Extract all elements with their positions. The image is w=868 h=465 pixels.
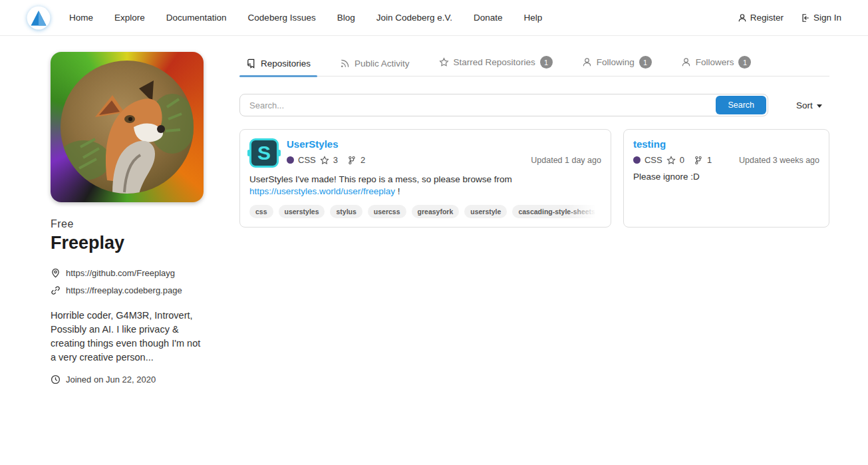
nav-help[interactable]: Help <box>524 13 543 23</box>
tab-label: Following <box>597 57 635 67</box>
tab-label: Repositories <box>261 59 311 69</box>
star-count[interactable]: 0 <box>680 155 684 165</box>
profile-sidebar: Free Freeplay https://github.com/Freepla… <box>51 52 205 385</box>
repo-description-suffix: ! <box>395 186 400 196</box>
tab-label: Followers <box>696 57 734 67</box>
nav-right: Register Sign In <box>738 13 841 23</box>
codeberg-logo[interactable] <box>27 6 51 30</box>
repo-meta: CSS 3 2 Updated 1 day ago <box>287 155 601 165</box>
repo-link[interactable]: UserStyles <box>287 138 339 150</box>
repo-language: CSS <box>645 155 662 165</box>
topic-pill[interactable]: cascading-style-sheets <box>512 205 601 218</box>
nav-join-codeberg[interactable]: Join Codeberg e.V. <box>376 13 452 23</box>
person-icon <box>681 57 691 67</box>
topic-pill[interactable]: userstyle <box>464 205 507 218</box>
tab-public-activity[interactable]: Public Activity <box>339 55 411 76</box>
repo-description: UserStyles I've made! This repo is a mes… <box>249 174 601 198</box>
repo-meta: CSS 0 1 Updated 3 weeks ago <box>633 155 819 165</box>
nav-donate[interactable]: Donate <box>474 13 503 23</box>
tab-followers[interactable]: Followers 1 <box>680 52 753 76</box>
fork-count[interactable]: 2 <box>361 155 365 165</box>
repo-head-main: UserStyles CSS 3 2 <box>287 138 601 168</box>
tab-starred-repositories[interactable]: Starred Repositories 1 <box>438 52 554 76</box>
fork-icon <box>694 156 703 165</box>
nav-links: Home Explore Documentation Codeberg Issu… <box>69 13 542 23</box>
topic-pill[interactable]: userstyles <box>279 205 325 218</box>
star-icon <box>666 156 676 165</box>
sort-dropdown[interactable]: Sort <box>796 100 822 110</box>
tab-label: Public Activity <box>355 59 410 69</box>
register-button[interactable]: Register <box>738 13 784 23</box>
search-row: Search Sort <box>239 94 829 116</box>
codeberg-mountain-icon <box>27 6 51 30</box>
profile-username: Freeplay <box>51 233 205 253</box>
profile-joined: Joined on Jun 22, 2020 <box>66 375 156 385</box>
repo-avatar: S <box>249 138 279 168</box>
clock-icon <box>51 375 61 385</box>
profile-names: Free Freeplay <box>51 218 205 253</box>
profile-meta: https://github.com/Freeplayg https://fre… <box>51 268 205 295</box>
profile-main: Repositories Public Activity Starred Rep… <box>239 52 829 385</box>
repo-topics: css userstyles stylus usercss greasyfork… <box>249 205 601 218</box>
following-count-badge: 1 <box>639 56 652 69</box>
nav-home[interactable]: Home <box>69 13 93 23</box>
fork-count[interactable]: 1 <box>707 155 712 165</box>
sign-in-button[interactable]: Sign In <box>801 13 841 23</box>
topic-pill[interactable]: greasyfork <box>412 205 460 218</box>
repo-updated: Updated 1 day ago <box>531 156 601 165</box>
chevron-down-icon <box>817 104 822 108</box>
person-icon <box>582 57 592 67</box>
profile-website-row: https://freeplay.codeberg.page <box>51 285 205 295</box>
top-navbar: Home Explore Documentation Codeberg Issu… <box>0 0 868 36</box>
search-button[interactable]: Search <box>716 96 766 114</box>
repo-link[interactable]: testing <box>633 138 666 150</box>
sign-in-icon <box>801 13 810 23</box>
repo-language: CSS <box>298 155 316 165</box>
repo-avatar-letter: S <box>257 143 271 163</box>
topic-pill[interactable]: usercss <box>368 205 406 218</box>
search-group: Search <box>239 94 768 116</box>
repo-card-head: testing CSS 0 1 <box>633 138 819 165</box>
avatar-photo <box>61 61 194 194</box>
profile-tabs: Repositories Public Activity Starred Rep… <box>239 52 829 77</box>
repo-card-testing: testing CSS 0 1 <box>623 129 829 228</box>
person-icon <box>738 13 747 23</box>
repo-card-head: S UserStyles CSS 3 <box>249 138 601 168</box>
repo-head-main: testing CSS 0 1 <box>633 138 819 165</box>
profile-website[interactable]: https://freeplay.codeberg.page <box>66 285 182 295</box>
starred-count-badge: 1 <box>540 56 553 69</box>
repository-icon <box>246 59 256 69</box>
fork-icon <box>347 156 357 165</box>
repo-description: Please ignore :D <box>633 171 819 183</box>
profile-bio: Horrible coder, G4M3R, Introvert, Possib… <box>51 309 205 365</box>
nav-blog[interactable]: Blog <box>337 13 355 23</box>
repo-updated: Updated 3 weeks ago <box>739 156 819 165</box>
star-icon <box>439 57 449 67</box>
repository-list: S UserStyles CSS 3 <box>239 129 829 228</box>
register-label: Register <box>750 13 784 23</box>
tab-repositories[interactable]: Repositories <box>245 55 312 76</box>
nav-documentation[interactable]: Documentation <box>166 13 227 23</box>
location-pin-icon <box>51 268 61 278</box>
topic-pill[interactable]: css <box>249 205 273 218</box>
rss-icon <box>340 59 350 69</box>
language-dot <box>633 156 641 164</box>
search-input[interactable] <box>241 100 716 110</box>
profile-joined-row: Joined on Jun 22, 2020 <box>51 375 205 385</box>
star-icon <box>320 156 329 165</box>
link-icon <box>51 285 61 295</box>
avatar[interactable] <box>51 52 204 202</box>
star-count[interactable]: 3 <box>333 155 338 165</box>
profile-fullname: Free <box>51 218 205 230</box>
profile-location: https://github.com/Freeplayg <box>66 268 175 278</box>
nav-codeberg-issues[interactable]: Codeberg Issues <box>248 13 316 23</box>
nav-explore[interactable]: Explore <box>114 13 145 23</box>
sort-label: Sort <box>796 100 813 110</box>
followers-count-badge: 1 <box>738 56 751 69</box>
fox-illustration <box>61 61 194 194</box>
tab-label: Starred Repositories <box>454 57 535 67</box>
repo-card-userstyles: S UserStyles CSS 3 <box>239 129 611 228</box>
topic-pill[interactable]: stylus <box>330 205 362 218</box>
tab-following[interactable]: Following 1 <box>581 52 653 76</box>
repo-description-link[interactable]: https://userstyles.world/user/freeplay <box>249 186 395 196</box>
